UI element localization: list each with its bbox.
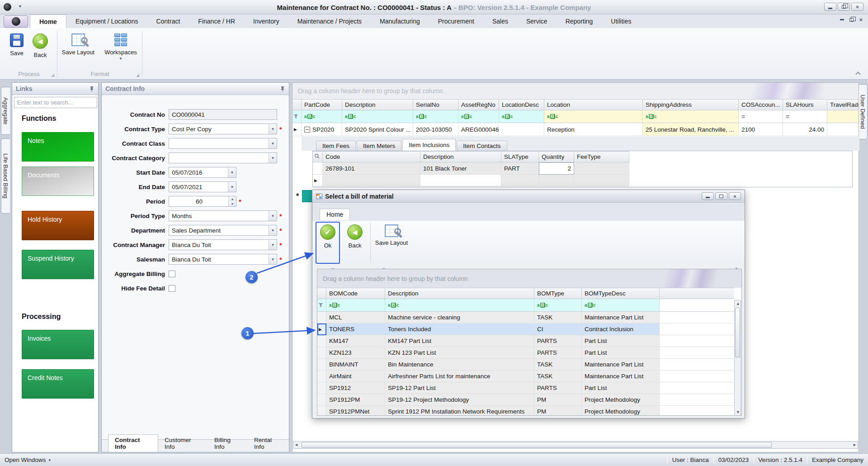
notes-button[interactable]: Notes [22, 132, 94, 162]
filter-slahours[interactable]: = [783, 110, 827, 123]
dialog-save-layout-button[interactable]: Save Layout [374, 224, 409, 246]
col-assetregno[interactable]: AssetRegNo [458, 99, 499, 110]
hide-fee-detail-checkbox[interactable] [169, 285, 175, 292]
cell-description[interactable]: KZN 123 Part List [385, 347, 534, 359]
mdi-close-icon[interactable]: × [859, 16, 863, 23]
ok-button[interactable]: ✓ Ok [316, 224, 340, 249]
ribbon-tab-finance-hr[interactable]: Finance / HR [189, 14, 244, 28]
filter-cosaccount[interactable]: = [739, 110, 783, 123]
ribbon-tab-service[interactable]: Service [517, 14, 557, 28]
ribbon-tab-contract[interactable]: Contract [147, 14, 189, 28]
cell-bomtype[interactable]: PARTS [534, 347, 582, 359]
col-description[interactable]: Description [342, 99, 413, 110]
mdi-restore-icon[interactable] [849, 18, 854, 22]
filter-assetregno[interactable]: aBc [458, 110, 499, 123]
invoices-button[interactable]: Invoices [22, 330, 94, 359]
side-tab-aggregate[interactable]: Aggregate [1, 87, 10, 135]
col-partcode[interactable]: PartCode [302, 99, 342, 110]
col-description[interactable]: Description [420, 151, 501, 162]
col-travelradius[interactable]: TravelRadiu... [827, 99, 859, 110]
links-search-input[interactable] [14, 97, 99, 108]
application-menu-button[interactable] [4, 15, 28, 28]
workspaces-button[interactable]: Workspaces ▼ [100, 31, 141, 70]
back-button[interactable]: ◀ Back [25, 31, 55, 70]
cell-description[interactable]: SP19-12 Project Methodology [385, 394, 534, 406]
col-slatype[interactable]: SLAType [501, 151, 539, 162]
dropdown-icon[interactable]: ▼ [269, 225, 277, 235]
cell-description[interactable]: Toners Included [385, 323, 534, 335]
cell-description[interactable]: Machine service - cleaning [385, 312, 534, 323]
collapse-ribbon-icon[interactable] [855, 71, 860, 76]
cell-bomtypedesc[interactable]: Part List [582, 382, 660, 394]
aggregate-billing-checkbox[interactable] [169, 271, 175, 277]
cell-bomcode[interactable]: SP1912PMNet [326, 406, 385, 416]
ribbon-tab-home[interactable]: Home [30, 14, 66, 28]
dialog-maximize-button[interactable] [715, 192, 727, 200]
cell-description[interactable]: KM147 Part List [385, 335, 534, 347]
filter-description[interactable]: aBc [385, 299, 534, 312]
bom-row-airmaint[interactable]: AirMaint Airfreshner Parts List for main… [317, 371, 741, 382]
contract-manager-combo[interactable]: Bianca Du Toit ▼ [169, 239, 277, 250]
cell-bomcode[interactable]: SP1912PM [326, 394, 385, 406]
filter-bomcode[interactable]: aBc [326, 299, 385, 312]
credit-notes-button[interactable]: Credit Notes [22, 369, 94, 399]
scroll-right-icon[interactable]: ► [853, 442, 857, 447]
tab-item-inclusions[interactable]: Item Inclusions [402, 139, 456, 151]
bom-row-kzn123[interactable]: KZN123 KZN 123 Part List PARTS Part List [317, 347, 741, 359]
dialog-tab-home[interactable]: Home [320, 209, 350, 220]
cell-locationdesc[interactable] [499, 123, 544, 136]
cell-bomtype[interactable]: PM [534, 394, 582, 406]
hold-history-button[interactable]: Hold History [22, 211, 94, 240]
search-header-icon[interactable] [313, 151, 323, 162]
tab-contract-info[interactable]: Contract Info [108, 434, 158, 452]
inclusions-data-row[interactable]: 26789-101 101 Black Toner PART 2 [313, 162, 852, 175]
start-date-field[interactable]: 05/07/2016 ▼ [169, 167, 236, 178]
restore-button[interactable] [838, 3, 850, 11]
cell-bomtypedesc[interactable]: Maintenance Part List [582, 359, 660, 371]
dialog-close-button[interactable]: × [729, 192, 741, 200]
cell-bomcode[interactable]: SP1912 [326, 382, 385, 394]
tab-item-contacts[interactable]: Item Contacts [457, 141, 507, 151]
dropdown-icon[interactable]: ▼ [269, 153, 277, 163]
col-quantity[interactable]: Quantity [539, 151, 574, 162]
cell-location[interactable]: Reception [544, 123, 643, 136]
cell-feetype[interactable] [574, 162, 629, 175]
tab-customer-info[interactable]: Customer Info [158, 435, 208, 452]
close-button[interactable]: × [851, 3, 863, 11]
documents-button[interactable]: Documents [22, 166, 94, 196]
ribbon-tab-procurement[interactable]: Procurement [429, 14, 483, 28]
salesman-combo[interactable]: Bianca Du Toit ▼ [169, 254, 277, 265]
cell-bomcode[interactable]: KM147 [326, 335, 385, 347]
format-group-launcher-icon[interactable] [136, 74, 139, 77]
side-tab-user-defined[interactable]: User Defined [859, 84, 868, 139]
col-bomcode[interactable]: BOMCode [326, 288, 385, 299]
cell-bomtypedesc[interactable]: Project Methodology [582, 406, 660, 416]
filter-funnel-icon[interactable] [292, 110, 302, 123]
cell-bomtypedesc[interactable]: Project Methodology [582, 394, 660, 406]
cell-quantity[interactable]: 2 [539, 162, 574, 175]
cell-bomtype[interactable]: TASK [534, 371, 582, 382]
filter-locationdesc[interactable]: aBc [499, 110, 544, 123]
filter-bomtypedesc[interactable]: aBc [582, 299, 660, 312]
minimize-button[interactable] [824, 3, 836, 11]
dropdown-icon[interactable]: ▼ [269, 240, 277, 250]
bom-row-mcl[interactable]: MCL Machine service - cleaning TASK Main… [317, 312, 741, 323]
cell-slatype[interactable]: PART [501, 162, 539, 175]
col-bomtypedesc[interactable]: BOMTypeDesc [582, 288, 660, 299]
cell-description[interactable]: SP19-12 Part List [385, 382, 534, 394]
col-serialno[interactable]: SerialNo [413, 99, 458, 110]
cell-assetregno[interactable]: AREG000046 [458, 123, 499, 136]
bom-row-sp1912pmnet[interactable]: SP1912PMNet Sprint 1912 PM Installation … [317, 406, 741, 416]
bom-vertical-scrollbar[interactable]: ▲ ▼ [734, 300, 741, 416]
col-code[interactable]: Code [323, 151, 420, 162]
cell-bomtypedesc[interactable]: Maintenance Part List [582, 371, 660, 382]
cell-description[interactable]: SP2020 Sprint Colour ... [342, 123, 413, 136]
selected-row-indicator[interactable]: ▶ [317, 323, 326, 335]
pin-icon[interactable] [280, 86, 285, 92]
cell-bomcode[interactable]: AirMaint [326, 371, 385, 382]
ribbon-tab-reporting[interactable]: Reporting [557, 14, 602, 28]
bom-row-sp1912[interactable]: SP1912 SP19-12 Part List PARTS Part List [317, 382, 741, 394]
ribbon-tab-utilities[interactable]: Utilities [602, 14, 640, 28]
filter-travelradius[interactable] [827, 110, 859, 123]
collapse-row-icon[interactable] [304, 127, 310, 133]
